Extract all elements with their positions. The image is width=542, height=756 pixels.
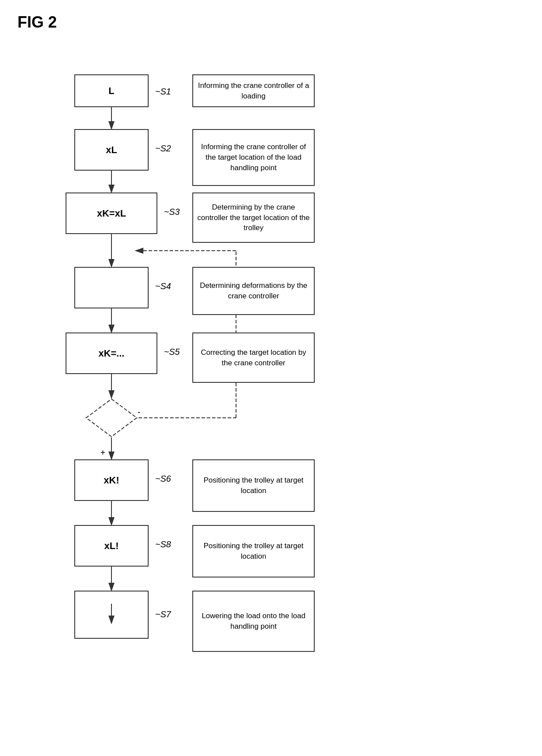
flow-box-s4 [74,267,149,308]
flow-box-s2: xL [74,129,149,171]
svg-text:-: - [138,408,140,416]
step-label-s8: ~S8 [155,539,171,550]
step-label-s7: ~S7 [155,609,171,620]
desc-box-s4: Determining deformations by the crane co… [192,267,315,315]
step-label-s4: ~S4 [155,281,171,291]
desc-box-s5: Correcting the target location by the cr… [192,332,315,383]
s6-content: xK! [104,475,119,486]
desc-box-s8: Positioning the trolley at target locati… [192,525,315,578]
svg-marker-16 [86,399,137,437]
decision-diamond [85,398,138,438]
desc-box-s6: Positioning the trolley at target locati… [192,459,315,512]
step-label-s6: ~S6 [155,474,171,484]
flow-box-s7 [74,591,149,639]
desc-box-s7: Lowering the load onto the load handling… [192,591,315,652]
step-label-s3: ~S3 [164,207,180,217]
flow-box-s8: xL! [74,525,149,567]
s5-content: xK=... [98,348,124,359]
s1-content: L [108,85,114,97]
s8-content: xL! [104,540,119,552]
desc-box-s1: Informing the crane controller of a load… [192,74,315,107]
fig-label: FIG 2 [17,13,57,32]
step-label-s5: ~S5 [164,347,180,357]
flow-box-s6: xK! [74,459,149,501]
flow-box-s3: xK=xL [66,192,157,234]
desc-box-s2: Informing the crane controller of the ta… [192,129,315,186]
svg-text:+: + [101,448,105,457]
flow-box-s5: xK=... [66,332,157,374]
s2-content: xL [106,144,117,156]
desc-box-s3: Determining by the crane controller the … [192,192,315,243]
s3-content: xK=xL [97,208,126,219]
step-label-s2: ~S2 [155,144,171,154]
step-label-s1: ~S1 [155,87,171,97]
flow-box-s1: L [74,74,149,107]
